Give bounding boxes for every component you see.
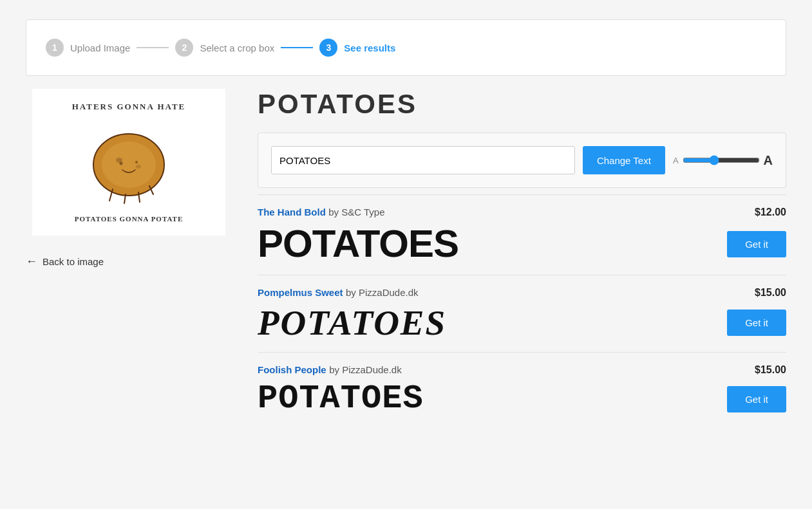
step-1-circle: 1 bbox=[46, 39, 64, 57]
svg-point-3 bbox=[136, 165, 141, 169]
font-1-name-link[interactable]: The Hand Bold bbox=[258, 207, 326, 217]
font-2-preview-row: POTATOES Get it bbox=[258, 305, 786, 340]
font-3-name-link[interactable]: Foolish People bbox=[258, 364, 326, 375]
font-2-info: Pompelmus Sweet by PizzaDude.dk bbox=[258, 287, 419, 299]
font-2-price: $15.00 bbox=[755, 287, 786, 299]
back-arrow-icon: ← bbox=[26, 255, 37, 268]
back-to-image-button[interactable]: ← Back to image bbox=[26, 255, 104, 268]
step-2-label: Select a crop box bbox=[200, 42, 274, 53]
image-preview: Haters Gonna Hate Potatoes Go bbox=[32, 89, 225, 236]
font-result-2: Pompelmus Sweet by PizzaDude.dk $15.00 P… bbox=[258, 275, 786, 352]
step-3-label: See results bbox=[344, 42, 395, 53]
text-change-input[interactable] bbox=[271, 146, 575, 174]
step-2: 2 Select a crop box bbox=[175, 39, 274, 57]
font-1-info: The Hand Bold by S&C Type bbox=[258, 207, 385, 218]
font-2-by: by PizzaDude.dk bbox=[346, 287, 419, 298]
step-2-circle: 2 bbox=[175, 39, 193, 57]
font-1-preview-text: POTATOES bbox=[258, 225, 458, 263]
main-content: Haters Gonna Hate Potatoes Go bbox=[26, 76, 786, 440]
step-3: 3 See results bbox=[319, 39, 395, 57]
connector-1-2 bbox=[137, 47, 169, 48]
change-text-button[interactable]: Change Text bbox=[583, 146, 665, 174]
font-1-price: $12.00 bbox=[755, 207, 786, 218]
font-result-1: The Hand Bold by S&C Type $12.00 POTATOE… bbox=[258, 194, 786, 275]
font-3-get-it-button[interactable]: Get it bbox=[727, 386, 786, 412]
left-panel: Haters Gonna Hate Potatoes Go bbox=[26, 76, 245, 440]
text-change-row: Change Text A A bbox=[271, 146, 773, 174]
font-result-2-header: Pompelmus Sweet by PizzaDude.dk $15.00 bbox=[258, 287, 786, 299]
preview-bottom-text: Potatoes Gonna Potate bbox=[75, 215, 184, 223]
font-1-by: by S&C Type bbox=[328, 207, 384, 217]
font-3-price: $15.00 bbox=[755, 364, 786, 376]
svg-point-8 bbox=[120, 162, 123, 165]
size-slider[interactable] bbox=[683, 155, 760, 165]
step-1: 1 Upload Image bbox=[46, 39, 130, 57]
font-1-get-it-button[interactable]: Get it bbox=[727, 231, 786, 257]
connector-2-3 bbox=[281, 47, 313, 48]
font-result-1-header: The Hand Bold by S&C Type $12.00 bbox=[258, 207, 786, 218]
size-label-small: A bbox=[673, 156, 679, 165]
detected-text-display: POTATOES bbox=[258, 89, 786, 120]
font-2-preview-text: POTATOES bbox=[258, 305, 446, 340]
step-3-circle: 3 bbox=[319, 39, 337, 57]
potato-illustration bbox=[77, 118, 180, 208]
font-3-info: Foolish People by PizzaDude.dk bbox=[258, 364, 402, 376]
size-slider-row: A A bbox=[673, 153, 773, 168]
font-2-name-link[interactable]: Pompelmus Sweet bbox=[258, 287, 343, 298]
step-1-label: Upload Image bbox=[70, 42, 130, 53]
svg-point-9 bbox=[135, 161, 138, 163]
font-3-by: by PizzaDude.dk bbox=[329, 364, 402, 375]
back-button-label: Back to image bbox=[42, 256, 104, 267]
font-1-preview-row: POTATOES Get it bbox=[258, 225, 786, 263]
text-change-box: Change Text A A bbox=[258, 133, 786, 188]
font-result-3-header: Foolish People by PizzaDude.dk $15.00 bbox=[258, 364, 786, 376]
svg-point-1 bbox=[102, 142, 156, 188]
size-label-large: A bbox=[764, 153, 773, 168]
stepper-bar: 1 Upload Image 2 Select a crop box 3 See… bbox=[26, 19, 786, 76]
font-result-3: Foolish People by PizzaDude.dk $15.00 PO… bbox=[258, 352, 786, 427]
preview-top-text: Haters Gonna Hate bbox=[72, 102, 186, 112]
font-3-preview-text: POTATOES bbox=[258, 382, 424, 416]
font-3-preview-row: POTATOES Get it bbox=[258, 382, 786, 416]
right-panel: POTATOES Change Text A A The Hand Bold b… bbox=[245, 76, 786, 440]
font-2-get-it-button[interactable]: Get it bbox=[727, 310, 786, 336]
